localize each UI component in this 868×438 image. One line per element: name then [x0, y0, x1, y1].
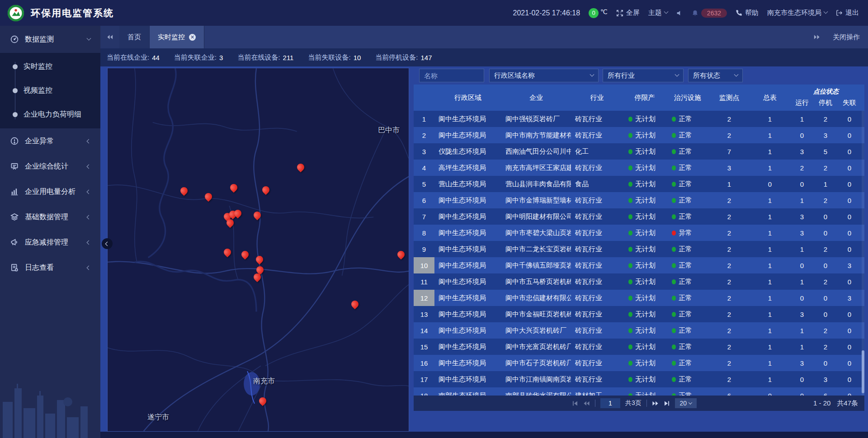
app-root: 环保用电监管系统 2021-02-25 17:46:18 0 ℃ 全屏 主题	[0, 0, 868, 438]
industry-select[interactable]: 所有行业	[603, 69, 684, 82]
table-row[interactable]: 8 阆中生态环境局 阆中市枣碧大梁山页岩 砖瓦行业 无计划 异常 2 1	[414, 225, 864, 241]
page-number-input[interactable]: 1	[600, 398, 620, 408]
table-row[interactable]: 5 营山生态环境局 营山县润丰肉食品有限 食品 无计划 正常 1 0	[414, 176, 864, 192]
sidebar-subitem[interactable]: 企业电力负荷明细	[0, 103, 100, 127]
column-header-facility[interactable]: 治污设施	[666, 85, 709, 111]
table-row[interactable]: 15 阆中生态环境局 阆中市光富页岩机砖厂 砖瓦行业 无计划 正常 2 1	[414, 339, 864, 355]
notification-button[interactable]: 2632	[692, 9, 727, 18]
sidebar-item-enterprise-abnormal[interactable]: 企业异常	[0, 128, 100, 154]
row-company-cell: 西南油气田分公司川中	[501, 147, 571, 156]
page-size-select[interactable]: 20	[675, 398, 697, 408]
close-operations-button[interactable]: 关闭操作	[833, 33, 860, 42]
help-button[interactable]: 帮助	[736, 9, 759, 17]
fullscreen-button[interactable]: 全屏	[616, 9, 640, 17]
tab-home[interactable]: 首页	[119, 26, 150, 48]
table-row[interactable]: 1 阆中生态环境局 阆中强锐页岩砖厂 砖瓦行业 无计划 正常 2 1	[414, 111, 864, 127]
column-header-stop[interactable]: 停机	[814, 99, 837, 107]
table-row[interactable]: 18 南部生态环境局 南部县砖华水泥有限公 建材加工 无计划 正常 6 0	[414, 387, 864, 396]
row-limit-cell: 无计划	[623, 359, 666, 367]
table-row[interactable]: 12 阆中生态环境局 阆中市忠信建材有限公 砖瓦行业 无计划 正常 2 1	[414, 290, 864, 306]
row-limit-cell: 无计划	[623, 147, 666, 156]
sidebar-item-power-analysis[interactable]: 企业用电量分析	[0, 179, 100, 204]
row-industry-cell: 砖瓦行业	[571, 229, 623, 237]
column-header-total[interactable]: 总表	[750, 85, 790, 111]
scrollbar-thumb[interactable]	[862, 350, 864, 393]
column-header-run[interactable]: 运行	[790, 99, 814, 107]
sidebar-item-data-monitoring[interactable]: 数据监测	[0, 26, 100, 53]
logout-button[interactable]: 退出	[836, 9, 859, 17]
row-stop-cell: 0	[814, 262, 837, 269]
region-select[interactable]: 行政区域名称	[489, 69, 599, 82]
table-row[interactable]: 16 阆中生态环境局 阆中市石子页岩机砖厂 砖瓦行业 无计划 正常 2 1	[414, 355, 864, 371]
row-facility-cell: 正常	[666, 294, 709, 302]
table-scrollbar[interactable]	[862, 111, 864, 396]
column-header-region[interactable]: 行政区域	[434, 85, 501, 111]
sidebar-subitem[interactable]: 实时监控	[0, 55, 100, 79]
sidebar-item-enterprise-statistics[interactable]: 企业综合统计	[0, 154, 100, 179]
row-stop-cell: 2	[814, 197, 837, 204]
name-search-input[interactable]	[419, 69, 484, 82]
sidebar-item-emergency-reduction[interactable]: 应急减排管理	[0, 230, 100, 255]
row-index-cell: 13	[414, 306, 434, 322]
column-header-point-status: 点位状态	[790, 88, 862, 96]
row-company-cell: 阆中市五马桥页岩机砖	[501, 278, 571, 286]
row-industry-cell: 砖瓦行业	[571, 131, 623, 140]
row-index-cell: 8	[414, 225, 434, 241]
row-index-cell: 11	[414, 273, 434, 290]
row-industry-cell: 砖瓦行业	[571, 343, 623, 351]
table-row[interactable]: 6 阆中生态环境局 阆中市金博瑞新型墙材 砖瓦行业 无计划 正常 2 1	[414, 192, 864, 208]
table-row[interactable]: 2 阆中生态环境局 阆中市南方节能建材有 砖瓦行业 无计划 正常 2 1	[414, 127, 864, 143]
map-collapse-button[interactable]	[102, 238, 113, 249]
row-index-cell: 17	[414, 371, 434, 387]
tabs-scroll-right-button[interactable]	[813, 34, 820, 40]
table-row[interactable]: 11 阆中生态环境局 阆中市五马桥页岩机砖 砖瓦行业 无计划 正常 2 1	[414, 273, 864, 290]
column-header-limit[interactable]: 停限产	[623, 85, 666, 111]
tab-close-icon[interactable]: ✕	[189, 34, 196, 41]
row-total-cell: 1	[750, 245, 790, 253]
column-header-lost[interactable]: 失联	[837, 99, 862, 107]
temperature-value: 0	[589, 8, 599, 18]
sidebar-item-log-view[interactable]: 日志查看	[0, 255, 100, 280]
column-header-company[interactable]: 企业	[501, 85, 571, 111]
row-run-cell: 3	[790, 311, 814, 318]
previous-page-button[interactable]	[583, 400, 590, 406]
row-index-cell: 15	[414, 339, 434, 355]
map-panel[interactable]: 巴中市南充市遂宁市	[107, 68, 409, 432]
table-row[interactable]: 9 阆中生态环境局 阆中市二龙长宝页岩砖 砖瓦行业 无计划 正常 2 1	[414, 241, 864, 257]
row-industry-cell: 砖瓦行业	[571, 212, 623, 221]
status-select[interactable]: 所有状态	[688, 69, 743, 82]
row-facility-cell: 正常	[666, 212, 709, 221]
table-row[interactable]: 10 阆中生态环境局 阆中千佛镇五郎垭页岩 砖瓦行业 无计划 正常 2 1	[414, 257, 864, 273]
row-facility-cell: 正常	[666, 310, 709, 319]
row-stop-cell: 0	[814, 229, 837, 237]
table-row[interactable]: 17 阆中生态环境局 阆中市江南镇阆南页岩 砖瓦行业 无计划 正常 2 1	[414, 371, 864, 387]
status-dot-icon	[628, 214, 632, 219]
stat-value: 211	[283, 54, 294, 61]
table-row[interactable]: 3 仪陇生态环境局 西南油气田分公司川中 化工 无计划 正常 7 1	[414, 143, 864, 160]
status-dot-icon	[628, 247, 632, 252]
sidebar-subitem[interactable]: 视频监控	[0, 79, 100, 103]
table-row[interactable]: 7 阆中生态环境局 阆中明阳建材有限公司 砖瓦行业 无计划 正常 2 1	[414, 208, 864, 225]
sound-button[interactable]	[676, 9, 683, 17]
column-header-index	[414, 85, 434, 111]
column-header-points[interactable]: 监测点	[709, 85, 750, 111]
next-page-button[interactable]	[652, 400, 659, 406]
status-dot-icon	[628, 263, 632, 268]
fullscreen-icon	[616, 9, 623, 17]
row-limit-cell: 无计划	[623, 245, 666, 254]
row-limit-cell: 无计划	[623, 310, 666, 319]
first-page-button[interactable]	[572, 400, 578, 406]
row-lost-cell: 0	[837, 148, 862, 155]
tabs-scroll-left-button[interactable]	[100, 26, 119, 48]
sidebar-item-basic-data[interactable]: 基础数据管理	[0, 204, 100, 230]
theme-menu[interactable]: 主题	[648, 9, 668, 17]
column-header-industry[interactable]: 行业	[571, 85, 623, 111]
table-row[interactable]: 14 阆中生态环境局 阆中大兴页岩机砖厂 砖瓦行业 无计划 正常 2 1	[414, 322, 864, 339]
org-menu[interactable]: 南充市生态环境局	[767, 9, 827, 17]
table-row[interactable]: 4 高坪生态环境局 南充市高坪区王家店建 砖瓦行业 无计划 正常 3 1	[414, 160, 864, 176]
stat-label: 当前停机设备:	[375, 53, 418, 62]
table-row[interactable]: 13 阆中生态环境局 阆中市金福旺页岩机砖 砖瓦行业 无计划 正常 2 1	[414, 306, 864, 322]
last-page-button[interactable]	[664, 400, 670, 406]
row-industry-cell: 砖瓦行业	[571, 278, 623, 286]
tab-realtime-monitoring[interactable]: 实时监控 ✕	[150, 26, 204, 48]
